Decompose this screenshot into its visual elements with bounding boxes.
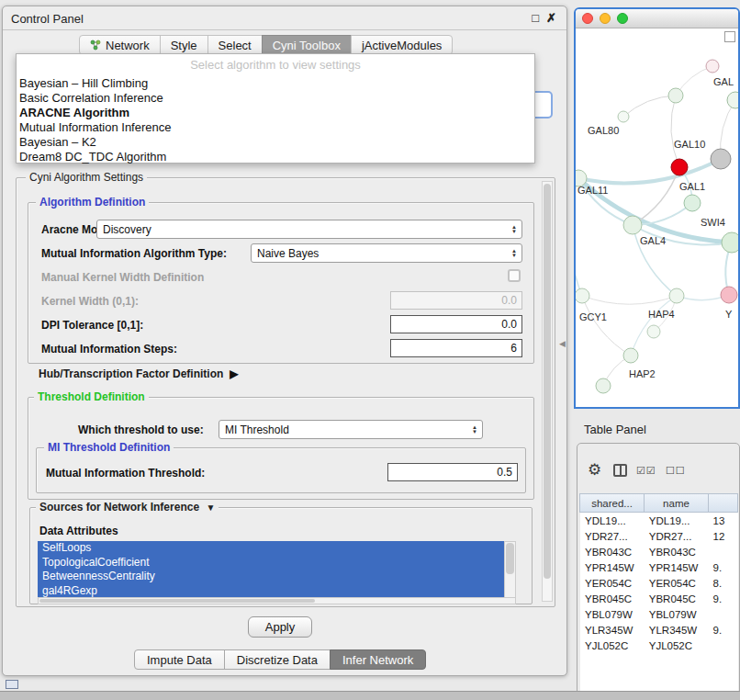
- attribute-list-item[interactable]: gal4RGexp: [38, 584, 504, 599]
- aracne-mode-combobox[interactable]: Discovery: [96, 220, 522, 239]
- network-node-label: GAL80: [588, 125, 619, 136]
- mi-algorithm-type-combobox[interactable]: Naive Bayes: [251, 243, 522, 263]
- algorithm-option[interactable]: Basic Correlation Inference: [17, 91, 534, 106]
- table-row[interactable]: YBR043CYBR043C: [580, 544, 738, 559]
- data-attributes-label: Data Attributes: [39, 525, 118, 537]
- network-edge: [623, 96, 676, 117]
- tab-discretize-data[interactable]: Discretize Data: [224, 649, 331, 670]
- network-node[interactable]: [671, 159, 688, 175]
- network-node-label: GAL10: [674, 139, 705, 150]
- network-svg: GALGAL80GAL10GAL11GAL1SWI4GAL4GCY1HAP4YH…: [576, 28, 738, 407]
- algorithm-option[interactable]: Dream8 DC_TDC Algorithm: [17, 150, 534, 164]
- tab-style[interactable]: Style: [160, 35, 208, 55]
- minimized-panel-icon[interactable]: [6, 680, 18, 689]
- algorithm-placeholder-option[interactable]: Select algorithm to view settings: [17, 57, 534, 76]
- network-node[interactable]: [706, 60, 719, 73]
- scrollbar-thumb[interactable]: [506, 543, 514, 574]
- tab-jactivemodules[interactable]: jActiveModules: [351, 35, 453, 55]
- network-node[interactable]: [684, 195, 701, 211]
- node-table: shared... name YDL19...YDL19...13YDR27..…: [580, 493, 738, 700]
- table-cell: 9.: [709, 593, 738, 604]
- algorithm-option[interactable]: Bayesian – Hill Climbing: [17, 76, 534, 91]
- deselect-all-checkboxes-icon[interactable]: ☐☐: [666, 465, 686, 477]
- algorithm-option[interactable]: ARACNE Algorithm: [17, 106, 534, 120]
- columns-icon[interactable]: [613, 464, 627, 477]
- table-cell: YBR043C: [580, 547, 645, 558]
- network-node[interactable]: [711, 149, 731, 169]
- network-node[interactable]: [647, 325, 660, 338]
- table-row[interactable]: YER054CYER054C8.: [580, 575, 738, 591]
- algorithm-option[interactable]: Bayesian – K2: [17, 135, 534, 150]
- settings-vertical-scrollbar[interactable]: [542, 181, 553, 602]
- table-panel-title: Table Panel: [584, 423, 646, 436]
- table-row[interactable]: YDR27...YDR27...12: [580, 528, 738, 544]
- birdseye-toggle-icon[interactable]: [724, 31, 735, 42]
- chevron-right-icon: ▶: [230, 367, 238, 380]
- tab-label: Style: [171, 39, 197, 52]
- panel-collapse-handle-icon[interactable]: ◀: [559, 339, 566, 348]
- network-node[interactable]: [576, 288, 589, 303]
- tab-impute-data[interactable]: Impute Data: [134, 649, 225, 670]
- close-traffic-light-icon[interactable]: [582, 13, 593, 24]
- table-row[interactable]: YPR145WYPR145W9.: [580, 559, 738, 575]
- network-edge: [582, 296, 677, 304]
- attributes-vertical-scrollbar[interactable]: [504, 541, 516, 598]
- minimize-traffic-light-icon[interactable]: [600, 13, 611, 24]
- scrollbar-thumb[interactable]: [39, 599, 315, 603]
- zoom-traffic-light-icon[interactable]: [617, 13, 628, 24]
- kernel-width-field[interactable]: 0.0: [390, 291, 522, 310]
- table-row[interactable]: YDL19...YDL19...13: [580, 513, 738, 528]
- network-node-label: SWI4: [701, 217, 725, 228]
- tab-select[interactable]: Select: [207, 35, 263, 55]
- tab-infer-network[interactable]: Infer Network: [330, 649, 426, 670]
- network-node-label: GAL: [713, 76, 734, 87]
- tab-label: Select: [219, 39, 252, 52]
- apply-button[interactable]: Apply: [248, 616, 312, 638]
- restore-icon[interactable]: □: [532, 11, 539, 25]
- close-icon[interactable]: ✗: [546, 11, 556, 25]
- dpi-tolerance-field[interactable]: 0.0: [390, 315, 522, 333]
- tab-network[interactable]: Network: [79, 35, 161, 55]
- manual-kernel-width-checkbox[interactable]: [508, 269, 521, 282]
- network-node[interactable]: [669, 288, 684, 303]
- attributes-horizontal-scrollbar[interactable]: [38, 597, 516, 604]
- network-node-label: HAP2: [629, 368, 656, 379]
- tab-label: jActiveModules: [362, 39, 442, 52]
- table-cell: YDR27...: [580, 531, 645, 542]
- network-node[interactable]: [623, 216, 642, 234]
- which-threshold-combobox[interactable]: MI Threshold: [219, 420, 483, 439]
- hub-definition-expander[interactable]: Hub/Transcription Factor Definition ▶: [39, 367, 239, 380]
- attribute-list-item[interactable]: SelfLoops: [38, 541, 504, 556]
- column-header-name[interactable]: name: [644, 493, 709, 513]
- network-node[interactable]: [721, 287, 737, 303]
- network-canvas[interactable]: GALGAL80GAL10GAL11GAL1SWI4GAL4GCY1HAP4YH…: [576, 28, 738, 407]
- network-node[interactable]: [596, 378, 611, 393]
- network-node[interactable]: [668, 88, 683, 103]
- network-node[interactable]: [722, 232, 738, 253]
- mi-algorithm-type-label: Mutual Information Algorithm Type:: [41, 247, 227, 260]
- cyni-bottom-tabs: Impute Data Discretize Data Infer Networ…: [135, 649, 426, 670]
- attribute-list-item[interactable]: BetweennessCentrality: [38, 570, 504, 584]
- algorithm-list: Bayesian – Hill ClimbingBasic Correlatio…: [17, 76, 534, 164]
- mi-threshold-field[interactable]: 0.5: [387, 463, 518, 481]
- tab-label: Cyni Toolbox: [273, 39, 341, 52]
- tab-cyni-toolbox[interactable]: Cyni Toolbox: [262, 35, 352, 55]
- algorithm-option[interactable]: Mutual Information Inference: [17, 120, 534, 135]
- network-node[interactable]: [623, 348, 638, 363]
- network-node[interactable]: [727, 92, 738, 108]
- mi-steps-field[interactable]: 6: [390, 339, 522, 357]
- attribute-list-item[interactable]: TopologicalCoefficient: [38, 556, 504, 570]
- select-all-checkboxes-icon[interactable]: ☑☑: [636, 465, 656, 477]
- scrollbar-thumb[interactable]: [544, 184, 551, 579]
- network-node[interactable]: [618, 111, 629, 122]
- table-row[interactable]: YLR345WYLR345W9.: [580, 622, 738, 638]
- sources-group-title[interactable]: Sources for Network Inference ▼: [36, 501, 219, 514]
- chevron-down-icon: ▼: [206, 502, 215, 513]
- table-row[interactable]: YBR045CYBR045C9.: [580, 591, 738, 606]
- table-row[interactable]: YBL079WYBL079W: [580, 606, 738, 622]
- network-icon: [90, 40, 101, 51]
- column-header-extra[interactable]: [708, 493, 738, 513]
- column-header-shared-name[interactable]: shared...: [579, 493, 645, 513]
- gear-icon[interactable]: ⚙: [588, 460, 601, 480]
- table-row[interactable]: YJL052CYJL052C: [580, 638, 738, 653]
